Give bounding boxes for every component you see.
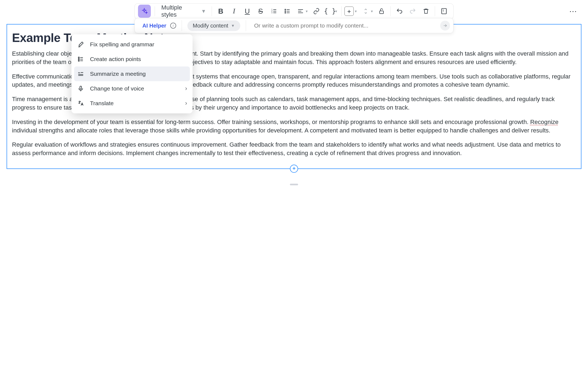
- bullet-list-button[interactable]: [281, 5, 293, 17]
- menu-item-label: Summarize a meeting: [90, 71, 146, 77]
- align-button-group: ▾: [294, 5, 309, 17]
- menu-item-label: Change tone of voice: [90, 85, 144, 92]
- italic-icon: I: [233, 7, 235, 15]
- unlock-icon: [378, 8, 385, 14]
- code-button[interactable]: { }: [324, 5, 336, 17]
- link-button[interactable]: [310, 5, 323, 17]
- page-source-icon: T: [440, 8, 448, 15]
- strikethrough-icon: S: [258, 7, 263, 16]
- ai-helper-bar: AI Helper i Modify content ▼: [134, 18, 454, 33]
- code-button-group: { } ▾: [324, 5, 339, 17]
- menu-item-label: Translate: [90, 100, 114, 107]
- menu-item-fix-spelling[interactable]: Fix spelling and grammar: [74, 37, 190, 52]
- document-paragraph[interactable]: Regular evaluation of workflows and stra…: [12, 141, 576, 158]
- menu-item-summarize-meeting[interactable]: Summarize a meeting: [74, 66, 190, 81]
- svg-point-6: [285, 9, 286, 10]
- add-block-button[interactable]: +: [290, 165, 298, 173]
- link-icon: [313, 8, 320, 14]
- ellipsis-icon: ⋯: [569, 7, 577, 16]
- underline-button[interactable]: U: [241, 5, 253, 17]
- divider: [435, 6, 435, 16]
- arrow-right-icon: [443, 23, 448, 28]
- divider: [155, 6, 155, 16]
- menu-item-translate[interactable]: Translate ›: [74, 96, 190, 111]
- code-braces-icon: { }: [324, 7, 336, 15]
- info-icon[interactable]: i: [170, 23, 176, 29]
- insert-button-group: ＋ ▾: [344, 7, 358, 16]
- svg-point-20: [78, 60, 79, 61]
- bold-button[interactable]: B: [215, 5, 227, 17]
- svg-point-8: [285, 13, 286, 13]
- plus-icon: +: [292, 165, 296, 172]
- redo-button[interactable]: [407, 5, 419, 17]
- menu-item-change-tone[interactable]: Change tone of voice ›: [74, 81, 190, 96]
- align-left-icon: [297, 8, 304, 14]
- resize-handle[interactable]: [290, 184, 298, 185]
- microphone-icon: [77, 85, 85, 92]
- modify-content-label: Modify content: [193, 23, 228, 29]
- menu-item-label: Fix spelling and grammar: [90, 41, 154, 48]
- modify-content-dropdown[interactable]: Modify content ▼: [187, 20, 240, 31]
- divider: [182, 20, 182, 31]
- formatting-toolbar: Multiple styles ▾ B I U S 123 ▾ { } ▾: [134, 3, 454, 19]
- checklist-icon: [77, 55, 85, 63]
- menu-item-action-points[interactable]: Create action points: [74, 52, 190, 66]
- undo-button[interactable]: [393, 5, 406, 17]
- strikethrough-button[interactable]: S: [254, 5, 267, 17]
- ai-sparkle-button[interactable]: [138, 5, 151, 18]
- paragraph-style-select[interactable]: Multiple styles ▾: [158, 5, 209, 18]
- trash-icon: [423, 8, 429, 14]
- chevron-right-icon: ›: [185, 85, 187, 92]
- divider: [212, 6, 212, 16]
- ai-helper-label: AI Helper: [142, 23, 166, 29]
- svg-text:3: 3: [271, 12, 272, 14]
- svg-rect-15: [380, 11, 383, 14]
- sparkle-icon: [141, 8, 148, 15]
- svg-rect-27: [80, 86, 82, 89]
- chevron-right-icon: ›: [185, 100, 187, 107]
- send-prompt-button[interactable]: [440, 21, 450, 31]
- translate-icon: [77, 99, 85, 107]
- undo-icon: [396, 8, 403, 15]
- svg-point-18: [78, 57, 79, 58]
- divider: [390, 6, 391, 16]
- numbered-list-icon: 123: [271, 8, 277, 14]
- insert-button[interactable]: ＋: [344, 7, 354, 16]
- chevron-down-icon: ▾: [202, 8, 205, 15]
- divider: [341, 6, 342, 16]
- document-paragraph[interactable]: Investing in the development of your tea…: [12, 118, 576, 135]
- divider: [246, 20, 246, 31]
- modify-content-menu: Fix spelling and grammar Create action p…: [71, 34, 193, 113]
- source-button[interactable]: T: [438, 5, 450, 17]
- move-updown-button[interactable]: [359, 5, 372, 17]
- style-label: Multiple styles: [161, 4, 198, 18]
- quote-lines-icon: [77, 70, 85, 78]
- updown-icon: [363, 8, 369, 15]
- underline-icon: U: [245, 7, 250, 16]
- lock-button[interactable]: [376, 5, 388, 17]
- numbered-list-button[interactable]: 123: [268, 5, 280, 17]
- menu-item-label: Create action points: [90, 56, 141, 62]
- bold-icon: B: [218, 7, 223, 16]
- svg-point-7: [285, 11, 286, 12]
- chevron-down-icon[interactable]: ▾: [355, 9, 357, 13]
- eraser-icon: [77, 41, 85, 48]
- redo-icon: [409, 8, 416, 15]
- ai-prompt-input[interactable]: [251, 22, 436, 29]
- move-button-group: ▾: [359, 5, 374, 17]
- svg-point-19: [78, 59, 79, 60]
- triangle-down-icon: ▼: [231, 23, 235, 28]
- align-button[interactable]: [294, 5, 307, 17]
- bullet-list-icon: [284, 8, 290, 14]
- italic-button[interactable]: I: [228, 5, 240, 17]
- svg-text:T: T: [442, 10, 444, 13]
- more-options-button[interactable]: ⋯: [566, 3, 580, 19]
- delete-button[interactable]: [420, 5, 432, 17]
